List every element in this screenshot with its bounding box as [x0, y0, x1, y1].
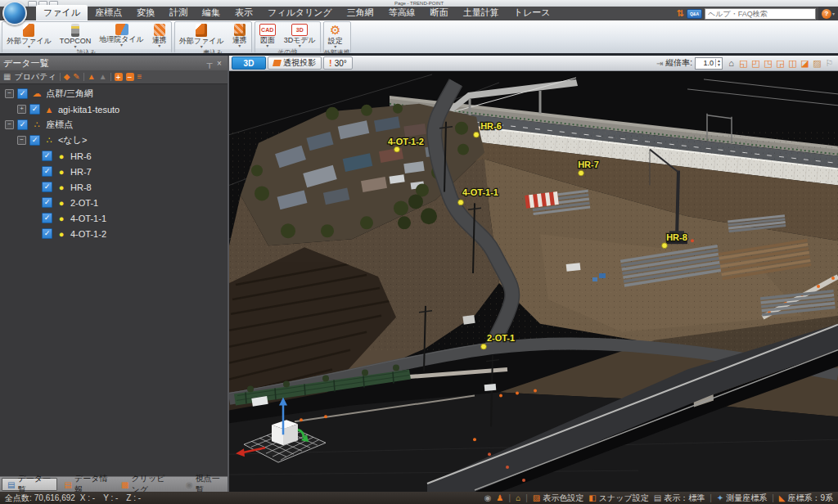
- sync-arrows-icon[interactable]: ⇅: [677, 8, 684, 19]
- menu-tab-3[interactable]: 計測: [162, 5, 195, 20]
- point-add-icon[interactable]: ▲: [88, 72, 96, 82]
- status-item-survey-coord-icon[interactable]: ✦測量座標系: [717, 493, 767, 504]
- ribbon-button-map-tile-icon[interactable]: 地理院タイル▾: [95, 22, 148, 49]
- diamond-icon[interactable]: ◆: [64, 72, 70, 82]
- tree-item-8[interactable]: −✓●4-OT-1-1: [0, 210, 228, 226]
- point-dot-icon[interactable]: [481, 344, 487, 349]
- point-dot-icon[interactable]: [394, 146, 400, 152]
- pan-hand-icon[interactable]: ⚐: [823, 58, 836, 69]
- tree-expander-icon[interactable]: −: [5, 120, 14, 129]
- status-item-coord-9-icon[interactable]: ◣座標系：9系: [779, 493, 833, 504]
- home-icon[interactable]: ⌂: [725, 58, 737, 68]
- spinner-down-icon[interactable]: ▼: [716, 63, 722, 67]
- ribbon-button-link-export-icon[interactable]: 連携▾: [228, 22, 251, 49]
- expand-all-icon[interactable]: +: [115, 73, 123, 81]
- tree-item-2[interactable]: −✓∴座標点: [0, 117, 228, 133]
- point-dot-icon[interactable]: [662, 243, 668, 249]
- pencil-icon[interactable]: ✎: [73, 72, 79, 82]
- home2-icon[interactable]: ⌂: [516, 493, 520, 502]
- checkbox-checked-icon[interactable]: ✓: [42, 182, 52, 192]
- tree-expander-icon[interactable]: +: [17, 105, 26, 114]
- palette-icon: ▨: [533, 493, 540, 502]
- angle-button[interactable]: !30°: [323, 56, 353, 70]
- bottom-tab-1[interactable]: ▤データ情報: [59, 478, 115, 491]
- cube-right-icon[interactable]: ◳: [762, 58, 774, 69]
- tree-expander-icon[interactable]: −: [17, 136, 26, 145]
- checkbox-checked-icon[interactable]: ✓: [29, 104, 40, 115]
- tree-item-7[interactable]: −✓●2-OT-1: [0, 195, 228, 210]
- menu-tab-4[interactable]: 編集: [195, 5, 228, 20]
- help-search-input[interactable]: [705, 8, 816, 20]
- checkbox-checked-icon[interactable]: ✓: [42, 197, 52, 208]
- checkbox-checked-icon[interactable]: ✓: [42, 166, 52, 177]
- menu-tab-1[interactable]: 座標点: [88, 5, 129, 20]
- cube-front-icon[interactable]: ◱: [737, 58, 750, 69]
- status-item-display-icon[interactable]: ▤表示：標準: [654, 493, 705, 504]
- properties-grid-icon[interactable]: ▦: [3, 72, 11, 82]
- cube-iso-icon[interactable]: ◪: [799, 58, 811, 69]
- checkbox-checked-icon[interactable]: ✓: [17, 119, 28, 130]
- cube-left-icon[interactable]: ◰: [750, 58, 762, 69]
- menu-tab-7[interactable]: 三角網: [340, 5, 381, 20]
- menu-tab-2[interactable]: 変換: [129, 5, 162, 20]
- point-dot-icon[interactable]: [579, 170, 584, 176]
- help-button[interactable]: ?▾: [818, 7, 838, 20]
- checkbox-checked-icon[interactable]: ✓: [29, 135, 40, 146]
- checkbox-checked-icon[interactable]: ✓: [17, 88, 28, 99]
- qa-icon[interactable]: Q&A: [687, 9, 702, 19]
- tree-item-6[interactable]: −✓●HR-8: [0, 179, 228, 195]
- app-button[interactable]: [2, 1, 27, 25]
- help-question-icon: ?: [822, 9, 831, 19]
- menu-tab-8[interactable]: 等高線: [381, 5, 423, 20]
- point-dot-icon[interactable]: [474, 132, 480, 137]
- status-item-snap-icon[interactable]: ◧スナップ設定: [588, 493, 648, 504]
- tree-item-1[interactable]: +✓▲agi-kita1-tesuto: [0, 101, 228, 117]
- checkbox-checked-icon[interactable]: ✓: [42, 213, 52, 223]
- tree-view-icon[interactable]: ≡: [137, 72, 142, 82]
- menu-tab-6[interactable]: フィルタリング: [260, 5, 340, 20]
- spinner-arrows[interactable]: ▲▼: [715, 59, 722, 67]
- vertical-scale-spinner[interactable]: 1.0 ▲▼: [695, 57, 723, 70]
- tree-item-0[interactable]: −✓☁点群/三角網: [0, 86, 228, 101]
- sidebar: データ一覧 ┬ × ▦プロパティ◆✎▲▲+−≡ −✓☁点群/三角網+✓▲agi-…: [0, 56, 229, 492]
- tree-expander-icon[interactable]: −: [5, 89, 14, 98]
- camera-icon[interactable]: ◉: [484, 493, 492, 502]
- vertical-scale-icon: ⇥: [656, 59, 663, 68]
- tree-item-3[interactable]: −✓∴<なし>: [0, 133, 228, 148]
- bottom-tab-3[interactable]: ◉視点一覧: [180, 478, 228, 491]
- paint-icon[interactable]: ▨: [811, 58, 823, 69]
- cube-back-icon[interactable]: ◫: [786, 58, 799, 69]
- collapse-all-icon[interactable]: −: [126, 73, 134, 81]
- bottom-tab-2[interactable]: ▩クリッピング: [115, 478, 178, 491]
- ribbon-button-gear-icon[interactable]: ⚙設定▾: [324, 22, 347, 49]
- tree-item-9[interactable]: −✓●4-OT-1-2: [0, 226, 228, 241]
- ribbon-button-cad-drawing-icon[interactable]: CAD図面▾: [255, 22, 280, 48]
- checkbox-checked-icon[interactable]: ✓: [42, 228, 52, 239]
- view-mode-3d-button[interactable]: 3D: [232, 56, 266, 70]
- pin-icon[interactable]: ┬: [205, 59, 214, 68]
- menu-tab-5[interactable]: 表示: [228, 5, 260, 20]
- tree-item-5[interactable]: −✓●HR-7: [0, 164, 228, 179]
- checkbox-checked-icon[interactable]: ✓: [42, 151, 52, 161]
- ribbon-button-model-3d-icon[interactable]: 3D3Dモデル▾: [280, 22, 320, 48]
- close-icon[interactable]: ×: [214, 59, 224, 68]
- bottom-tab-0[interactable]: ▤データ一覧: [2, 478, 57, 491]
- ribbon-button-file-import-icon[interactable]: 外部ファイル▾: [2, 22, 56, 49]
- point-remove-icon[interactable]: ▲: [99, 72, 107, 82]
- menu-tab-10[interactable]: 土量計算: [456, 5, 507, 20]
- cube-top-icon[interactable]: ◲: [774, 58, 786, 69]
- ribbon-button-instrument-icon[interactable]: TOPCON▾: [56, 22, 95, 49]
- vertical-scale-value[interactable]: 1.0: [696, 59, 715, 67]
- status-item-palette-icon[interactable]: ▨表示色設定: [533, 493, 583, 504]
- point-dot-icon[interactable]: [458, 200, 464, 205]
- ribbon-button-file-export-icon[interactable]: 外部ファイル▾: [175, 22, 228, 49]
- ribbon-group-buttons: ⚙設定▾: [324, 22, 350, 49]
- menu-tab-11[interactable]: トレース: [507, 5, 558, 20]
- ribbon-button-link-import-icon[interactable]: 連携▾: [148, 22, 171, 49]
- projection-button[interactable]: 透視投影: [268, 56, 322, 70]
- user-icon[interactable]: ♟: [497, 493, 504, 502]
- menu-tab-0[interactable]: ファイル: [36, 5, 88, 20]
- tree-item-4[interactable]: −✓●HR-6: [0, 148, 228, 164]
- viewport-3d[interactable]: HR-64-OT-1-2HR-74-OT-1-1HR-82-OT-1: [229, 71, 838, 492]
- menu-tab-9[interactable]: 断面: [423, 5, 456, 20]
